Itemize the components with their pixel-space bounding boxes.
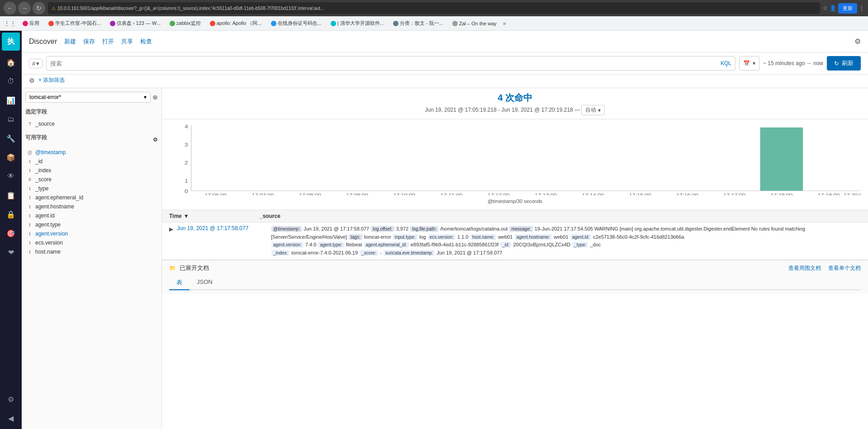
bookmark-prose[interactable]: 分类：散文 - 阮一... [390,19,446,28]
fields-settings-icon[interactable]: ⚙ [153,137,158,143]
svg-text:17:07:00: 17:07:00 [252,193,274,195]
nav-lock-icon[interactable]: 🔒 [2,205,20,223]
bookmark-student[interactable]: 学生工作室-中国石... [46,19,104,28]
table-row: ▶ Jun 19, 2021 @ 17:17:58.077 @timestamp… [162,222,868,260]
settings-icon[interactable]: ⚙ [854,37,861,46]
source-tag-tags-value: tomcat-error [364,234,393,240]
source-tag-message-label: message: [509,226,532,232]
refresh-button[interactable]: ↻ 刷新 [827,56,861,71]
field-ecs-version[interactable]: t ecs.version [25,238,158,247]
bookmark-idgen[interactable]: 在线身份证号码生... [268,19,324,28]
save-button[interactable]: 保存 [83,38,95,46]
field-ephemeral-id[interactable]: t agent.ephemeral_id [25,193,158,202]
main-content: Discover 新建 保存 打开 共享 检查 ⚙ # ▾ KQL 📅 ▾ [22,31,868,429]
view-surrounding-docs-link[interactable]: 查看周围文档 [788,264,821,272]
nav-list-icon[interactable]: 📋 [2,186,20,204]
selected-field-source[interactable]: ? _source [25,119,158,128]
selected-fields-section: 选定字段 ? _source [25,108,158,128]
field-hostname[interactable]: t agent.hostname [25,202,158,211]
time-picker[interactable]: 📅 ▾ [739,56,759,71]
nav-settings-icon[interactable]: ⚙ [2,390,20,408]
more-icon[interactable]: ⋮ [859,5,864,11]
refresh-label: 刷新 [842,59,854,67]
view-single-doc-link[interactable]: 查看单个文档 [828,264,861,272]
clear-icon[interactable]: ⊗ [152,94,158,101]
svg-text:17:13:00: 17:13:00 [535,193,557,195]
nav-chart-icon[interactable]: 📊 [2,91,20,109]
app-container: 执 🏠 ⏱ 📊 🗂 🔧 📦 👁 📋 🔒 🎯 ❤ ⚙ ◀ Discover 新建 … [0,31,868,429]
source-tag-ecs-label: ecs.version: [428,234,455,240]
source-tag-docid-label: _id: [500,242,511,248]
field-index[interactable]: t _index [25,166,158,175]
field-agent-type[interactable]: t agent.type [25,220,158,229]
hit-count: 4 次命中 [166,92,864,104]
share-button[interactable]: 共享 [121,38,133,46]
source-tag-agentver-label: agent.version: [271,242,304,248]
more-bookmarks[interactable]: » [503,20,506,27]
svg-text:17:10:00: 17:10:00 [394,193,416,195]
field-host-name[interactable]: t host.name [25,247,158,256]
address-text: 10.0.0.161:5601/app/kibana#/discover?_g=… [57,6,324,11]
search-input-wrap: KQL [46,56,735,71]
bookmark-tsinghua[interactable]: | 清华大学开源软件... [328,19,387,28]
svg-text:17:08:00: 17:08:00 [299,193,321,195]
auto-dropdown[interactable]: 自动 ▾ [581,105,605,115]
bookmark-zal[interactable]: Zal – On the way [450,20,499,27]
new-button[interactable]: 新建 [64,38,76,46]
address-bar[interactable]: ⚠ 10.0.0.161:5601/app/kibana#/discover?_… [48,2,820,14]
expand-row-button[interactable]: ▶ [169,226,173,257]
apps-grid-icon[interactable]: ⋮⋮ [4,20,16,27]
nav-home-icon[interactable]: 🏠 [2,53,20,71]
svg-text:3: 3 [185,142,188,148]
star-icon[interactable]: ☆ [823,5,828,11]
bookmark-dashboard[interactable]: 仪表盘 ‹ 123 — W... [107,19,163,28]
app-logo[interactable]: 执 [2,33,20,51]
search-prefix-button[interactable]: # ▾ [29,59,43,68]
index-name: tomcat-error* [29,94,61,100]
nav-eye-icon[interactable]: 👁 [2,167,20,185]
source-column-header: _source [260,213,861,219]
nav-clock-icon[interactable]: ⏱ [2,72,20,90]
update-button[interactable]: 更新 [838,3,857,14]
bookmark-zabbix[interactable]: zabbix监控 [167,19,204,28]
nav-heart-icon[interactable]: ❤ [2,243,20,261]
nav-target-icon[interactable]: 🎯 [2,224,20,242]
back-button[interactable]: ← [4,2,16,14]
bookmark-apollo[interactable]: apollo: Apollo （阿... [207,19,265,28]
filter-settings-icon[interactable]: ⚙ [29,77,35,84]
nav-collapse-icon[interactable]: ◀ [2,409,20,427]
field-agent-version[interactable]: t agent.version [25,229,158,238]
nav-box-icon[interactable]: 📦 [2,148,20,166]
source-tag-tags-label: tags: [349,234,362,240]
profile-icon[interactable]: 👤 [830,5,836,11]
row-timestamp[interactable]: Jun 19, 2021 @ 17:17:58.077 [177,225,267,257]
nav-folder-icon[interactable]: 🗂 [2,110,20,128]
time-column-header: Time ▼ [169,213,260,219]
open-button[interactable]: 打开 [102,38,114,46]
page-title: Discover [29,38,57,46]
source-tag-docid-value: 20CQI3oBjzmLIQLZCx4D [513,242,572,247]
available-fields-title: 可用字段 [25,134,47,141]
tab-json[interactable]: JSON [190,276,220,290]
field-id[interactable]: t _id [25,157,158,166]
forward-button[interactable]: → [18,2,31,14]
chart-container: 4 3 2 1 0 [162,119,868,210]
nav-tools-icon[interactable]: 🔧 [2,129,20,147]
svg-text:17:06:00: 17:06:00 [205,193,227,195]
field-agent-id[interactable]: t agent.id [25,211,158,220]
index-dropdown[interactable]: tomcat-error* ▾ [25,92,151,103]
browser-right: ☆ 👤 更新 ⋮ [823,3,864,14]
search-input[interactable] [50,60,721,67]
svg-text:1: 1 [185,179,188,184]
field-type[interactable]: t _type [25,184,158,193]
inspect-button[interactable]: 检查 [140,38,152,46]
field-timestamp[interactable]: @ @timestamp [25,148,158,157]
kql-badge[interactable]: KQL [721,60,731,66]
bookmark-apps[interactable]: 应用 [20,19,42,28]
source-tag-ephemeral-value: e893faf5-f9b9-4ed1-b11c-92885861f23f [411,242,500,247]
add-filter-button[interactable]: + 添加筛选 [38,76,65,84]
refresh-button[interactable]: ↻ [33,2,45,14]
tab-table[interactable]: 表 [169,276,190,290]
available-fields-header: 可用字段 ⚙ [25,134,158,145]
field-score[interactable]: # _score [25,175,158,184]
